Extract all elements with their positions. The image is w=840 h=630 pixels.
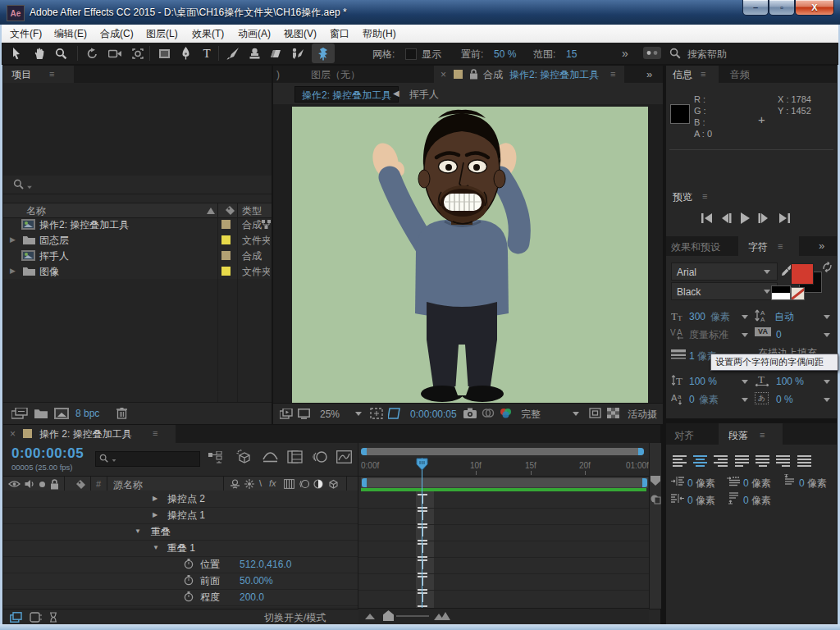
workspace-icon[interactable] xyxy=(643,47,661,59)
keyframe-ibeam[interactable] xyxy=(418,576,427,591)
viewer-canvas[interactable] xyxy=(273,104,663,403)
label-swatch[interactable] xyxy=(221,267,231,276)
layer-row[interactable]: ▼ 重叠 xyxy=(3,523,358,541)
project-search-options-arrow[interactable] xyxy=(27,186,32,189)
kerning-dropdown[interactable] xyxy=(742,333,748,337)
layer-expander[interactable]: ▶ xyxy=(153,512,158,518)
transparency-grid-icon[interactable] xyxy=(388,408,401,419)
zoom-out-mountain-icon[interactable] xyxy=(365,614,375,619)
column-type[interactable]: 类型 xyxy=(242,206,262,216)
viewer-zoom-dropdown-arrow[interactable] xyxy=(355,412,362,416)
layer-duration-ibeam[interactable] xyxy=(418,510,427,525)
puppet-front-value[interactable]: 50 % xyxy=(494,49,516,59)
menu-help[interactable]: 帮助(H) xyxy=(363,29,396,39)
quality-switch-icon[interactable]: \ xyxy=(259,479,262,488)
hash-column[interactable]: # xyxy=(96,480,101,489)
adjustment-switch-icon[interactable] xyxy=(313,479,323,489)
zoom-slider-handle[interactable] xyxy=(383,610,394,621)
timeline-panel-menu-icon[interactable]: ≡ xyxy=(153,429,158,438)
menu-composition[interactable]: 合成(C) xyxy=(100,29,134,39)
tab-audio[interactable]: 音频 xyxy=(730,70,750,80)
interpret-footage-icon[interactable] xyxy=(11,408,28,419)
indent-left-value[interactable]: 0 xyxy=(687,478,693,488)
layer-expander[interactable]: ▼ xyxy=(135,528,141,535)
timeline-tab-close-icon[interactable]: × xyxy=(10,429,16,439)
viewer-tab-overflow[interactable]: » xyxy=(646,69,652,80)
brush-tool[interactable] xyxy=(223,44,243,62)
time-navigator[interactable] xyxy=(361,448,644,455)
puppet-grid-checkbox[interactable] xyxy=(405,48,417,60)
stopwatch-icon[interactable] xyxy=(184,591,194,602)
project-panel-menu-icon[interactable]: ≡ xyxy=(49,70,54,79)
tsume-value[interactable]: 0 % xyxy=(776,395,793,404)
fill-over-stroke-icon[interactable] xyxy=(771,285,791,300)
font-size-value[interactable]: 300 xyxy=(689,312,705,322)
menu-edit[interactable]: 编辑(E) xyxy=(54,29,87,39)
label-swatch[interactable] xyxy=(221,251,231,260)
work-area-end-handle[interactable] xyxy=(642,478,647,487)
tab-paragraph[interactable]: 段落 ≡ xyxy=(719,423,783,445)
comp-marker-bin[interactable] xyxy=(651,476,660,486)
stroke-width-value[interactable]: 1 xyxy=(689,351,695,361)
tab-align[interactable]: 对齐 xyxy=(674,431,694,441)
layer-duration-ibeam[interactable] xyxy=(418,494,427,509)
expand-inout-button[interactable] xyxy=(30,612,42,623)
draft-3d-icon[interactable] xyxy=(236,450,252,465)
sort-arrow-icon[interactable] xyxy=(207,208,215,214)
roto-brush-tool[interactable] xyxy=(287,44,307,62)
pan-behind-tool[interactable] xyxy=(128,44,148,62)
shy-layers-icon[interactable] xyxy=(262,451,278,463)
expander-arrow[interactable]: ▶ xyxy=(10,267,16,275)
stopwatch-icon[interactable] xyxy=(184,559,194,569)
play-button[interactable] xyxy=(740,212,751,224)
time-ruler[interactable]: 0:00f 10f 15f 20f 01:00f xyxy=(358,458,649,477)
project-item-row[interactable]: 挥手人 合成 xyxy=(3,248,272,263)
project-item-row[interactable]: ▶ 固态层 文件夹 xyxy=(3,232,272,248)
align-right-button[interactable] xyxy=(714,454,728,468)
safe-margins-icon[interactable] xyxy=(370,408,383,419)
primary-viewer-icon[interactable] xyxy=(298,409,310,419)
label-col-icon[interactable] xyxy=(75,479,86,490)
search-help-label[interactable]: 搜索帮助 xyxy=(687,49,727,59)
keyframe-ibeam[interactable] xyxy=(418,592,427,607)
menu-animation[interactable]: 动画(A) xyxy=(238,29,271,39)
eraser-tool[interactable] xyxy=(266,44,285,62)
menu-view[interactable]: 视图(V) xyxy=(284,29,317,39)
indent-right-value[interactable]: 0 xyxy=(687,495,693,505)
justify-last-right-button[interactable] xyxy=(776,454,790,468)
label-swatch[interactable] xyxy=(221,235,231,244)
character-tab-overflow[interactable]: » xyxy=(819,240,824,251)
property-value[interactable]: 512.0,416.0 xyxy=(240,559,291,569)
transparency-checker-icon[interactable] xyxy=(607,408,619,418)
puppet-range-value[interactable]: 15 xyxy=(566,49,577,59)
clipped-tab-fragment[interactable]: ) xyxy=(276,70,280,80)
next-frame-button[interactable] xyxy=(758,213,769,223)
column-name[interactable]: 名称 xyxy=(26,206,46,216)
zoom-in-mountains-icon[interactable] xyxy=(434,612,450,620)
space-after-value[interactable]: 0 xyxy=(743,495,749,505)
menu-file[interactable]: 文件(F) xyxy=(10,29,42,39)
baseline-shift-value[interactable]: 0 xyxy=(689,395,695,404)
stopwatch-icon[interactable] xyxy=(184,575,194,586)
tracking-dropdown[interactable] xyxy=(824,333,830,337)
property-row[interactable]: 位置 512.0,416.0 xyxy=(3,556,358,573)
font-size-dropdown[interactable] xyxy=(742,315,748,319)
expand-layers-button[interactable] xyxy=(10,612,22,623)
project-item-row[interactable]: 操作2: 操控叠加工具 合成 xyxy=(3,217,272,232)
show-snapshot-icon[interactable] xyxy=(482,408,495,418)
expand-render-button[interactable] xyxy=(48,612,58,623)
viewer-timecode[interactable]: 0:00:00:05 xyxy=(410,409,457,419)
layer-row[interactable]: ▶ 操控点 1 xyxy=(3,507,358,524)
vertical-scale-dropdown[interactable] xyxy=(742,380,748,384)
tab-close-icon[interactable]: × xyxy=(441,70,446,80)
viewer-resolution-dropdown-arrow[interactable] xyxy=(573,412,579,416)
project-search-icon[interactable] xyxy=(13,179,25,190)
trash-icon[interactable] xyxy=(116,407,127,419)
navigator-end-handle[interactable] xyxy=(638,448,644,455)
timeline-search-box[interactable] xyxy=(95,451,200,467)
channel-rgb-icon[interactable] xyxy=(500,408,514,418)
menu-window[interactable]: 窗口 xyxy=(330,29,349,39)
navigator-start-handle[interactable] xyxy=(361,448,367,455)
tab-preview[interactable]: 预览 xyxy=(673,192,692,202)
close-button[interactable]: X xyxy=(795,0,834,16)
